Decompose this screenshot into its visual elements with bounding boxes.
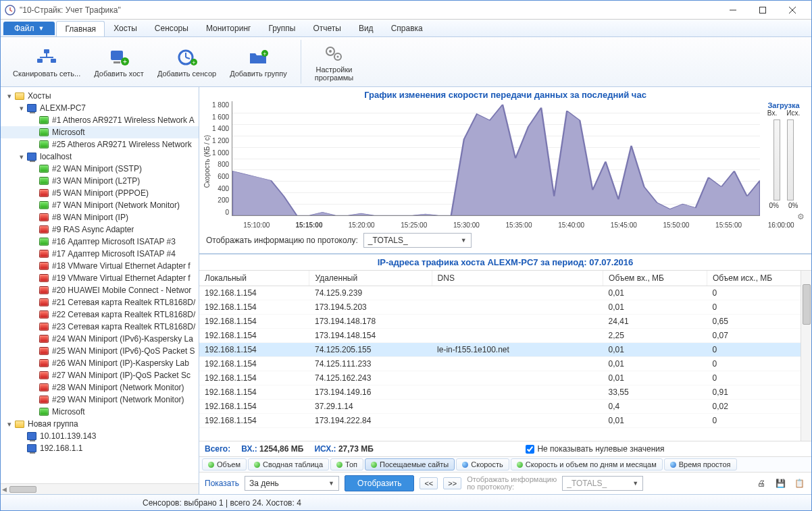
tree-node[interactable]: #7 WAN Miniport (Network Monitor) xyxy=(1,199,199,211)
col-header[interactable]: Локальный xyxy=(199,271,309,286)
tree-node[interactable]: ▾Новая группа xyxy=(1,418,199,430)
scan-network-button[interactable]: Сканировать сеть... xyxy=(6,40,87,84)
file-menu[interactable]: Файл ▼ xyxy=(3,22,55,35)
bottom-tab[interactable]: Время простоя xyxy=(664,458,737,470)
table-row[interactable]: 192.168.1.15474.125.205.155le-in-f155.1e… xyxy=(199,343,811,357)
tree-node[interactable]: #29 WAN Miniport (Network Monitor) xyxy=(1,394,199,406)
table-row[interactable]: 192.168.1.15437.29.1.140,40,02 xyxy=(199,400,811,414)
protocol-combo-value: _TOTALS_ xyxy=(368,236,408,245)
copy-icon[interactable]: 📋 xyxy=(792,477,806,490)
hide-zero-checkbox[interactable]: Не показывать нулевые значения xyxy=(526,444,664,454)
period-combo[interactable]: За день ▼ xyxy=(245,476,339,491)
display-button[interactable]: Отобразить xyxy=(345,475,414,491)
print-icon[interactable]: 🖨 xyxy=(755,477,768,490)
add-host-button[interactable]: +Добавить хост xyxy=(87,40,151,84)
host-tree[interactable]: ▾Хосты▾ALEXM-PC7#1 Atheros AR9271 Wirele… xyxy=(1,87,199,483)
filter-show-label: Показать xyxy=(205,479,239,488)
svg-rect-11 xyxy=(113,61,120,63)
expand-icon[interactable]: ▾ xyxy=(5,420,14,429)
tree-node[interactable]: #28 WAN Miniport (Network Monitor) xyxy=(1,381,199,394)
tree-node[interactable]: 10.101.139.143 xyxy=(1,430,199,442)
tree-node[interactable]: #25 Atheros AR9271 Wireless Network xyxy=(1,138,199,151)
tree-node[interactable]: #1 Atheros AR9271 Wireless Network A xyxy=(1,114,199,126)
add-host-icon: + xyxy=(108,47,130,68)
add-group-button[interactable]: +Добавить группу xyxy=(223,40,294,84)
table-row[interactable]: 192.168.1.15474.125.162.2430,010 xyxy=(199,371,811,385)
node-icon xyxy=(39,176,49,186)
tree-node[interactable]: #3 WAN Miniport (L2TP) xyxy=(1,175,199,187)
table-row[interactable]: 192.168.1.154173.194.148.17824,410,65 xyxy=(199,315,811,329)
menu-tab-3[interactable]: Мониторинг xyxy=(197,20,260,36)
table-row[interactable]: 192.168.1.15474.125.111.2330,010 xyxy=(199,357,811,371)
node-icon xyxy=(39,188,49,198)
tree-node[interactable]: #16 Адаптер Microsoft ISATAP #3 xyxy=(1,236,199,248)
menu-tab-5[interactable]: Отчеты xyxy=(304,20,349,36)
table-vscrollbar[interactable] xyxy=(801,271,811,441)
tree-node[interactable]: #20 HUAWEI Mobile Connect - Networ xyxy=(1,284,199,296)
tree-node[interactable]: #23 Сетевая карта Realtek RTL8168D/ xyxy=(1,321,199,333)
col-header[interactable]: Удаленный xyxy=(309,271,432,286)
menu-tab-1[interactable]: Хосты xyxy=(105,20,146,36)
tree-node[interactable]: #26 WAN Miniport (IP)-Kaspersky Lab xyxy=(1,357,199,369)
settings-button[interactable]: Настройкипрограммы xyxy=(308,40,360,84)
tree-node[interactable]: #9 RAS Async Adapter xyxy=(1,223,199,236)
maximize-button[interactable] xyxy=(748,1,778,20)
sidebar-hscrollbar[interactable]: ◀ xyxy=(1,483,199,494)
table-row[interactable]: 192.168.1.15474.125.9.2390,010 xyxy=(199,286,811,300)
menu-tab-7[interactable]: Справка xyxy=(382,20,432,36)
menu-tab-0[interactable]: Главная xyxy=(56,21,105,36)
node-icon xyxy=(39,358,49,369)
tree-node[interactable]: #21 Сетевая карта Realtek RTL8168D/ xyxy=(1,296,199,308)
gauge-out-pct: 0% xyxy=(788,202,798,209)
bottom-tab[interactable]: Сводная таблица xyxy=(248,458,329,470)
tree-node[interactable]: ▾Хосты xyxy=(1,90,199,102)
tree-node[interactable]: #22 Сетевая карта Realtek RTL8168D/ xyxy=(1,308,199,321)
prev-button[interactable]: << xyxy=(420,477,438,489)
status-dot-icon xyxy=(462,462,468,468)
bottom-tab[interactable]: Скорость и объем по дням и месяцам xyxy=(511,458,663,470)
minimize-button[interactable] xyxy=(718,1,748,20)
menu-tab-4[interactable]: Группы xyxy=(259,20,304,36)
tree-node[interactable]: Microsoft xyxy=(1,126,199,138)
tree-node[interactable]: 192.168.1.1 xyxy=(1,442,199,454)
table-row[interactable]: 192.168.1.154173.194.222.840,010 xyxy=(199,414,811,428)
save-icon[interactable]: 💾 xyxy=(773,477,787,490)
protocol-combo[interactable]: _TOTALS_ ▼ xyxy=(363,233,472,248)
tree-node[interactable]: #17 Адаптер Microsoft ISATAP #4 xyxy=(1,248,199,260)
col-header[interactable]: DNS xyxy=(432,271,603,286)
tree-node[interactable]: #8 WAN Miniport (IP) xyxy=(1,211,199,223)
tree-node[interactable]: ▾localhost xyxy=(1,151,199,163)
tree-node[interactable]: #19 VMware Virtual Ethernet Adapter f xyxy=(1,272,199,284)
tree-node[interactable]: #2 WAN Miniport (SSTP) xyxy=(1,163,199,175)
close-button[interactable] xyxy=(778,1,807,20)
tree-node[interactable]: #18 VMware Virtual Ethernet Adapter f xyxy=(1,260,199,272)
expand-icon[interactable]: ▾ xyxy=(17,153,26,161)
bottom-tab[interactable]: Посещаемые сайты xyxy=(365,458,455,470)
tree-node[interactable]: #24 WAN Miniport (IPv6)-Kaspersky La xyxy=(1,333,199,345)
col-header[interactable]: Объем исх., МБ xyxy=(707,271,811,286)
scan-network-icon xyxy=(36,47,57,68)
bottom-tab[interactable]: Объем xyxy=(202,458,247,470)
table-row[interactable]: 192.168.1.154173.194.149.1633,550,91 xyxy=(199,385,811,400)
expand-icon[interactable]: ▾ xyxy=(17,104,26,113)
tree-node[interactable]: Microsoft xyxy=(1,406,199,418)
next-button[interactable]: >> xyxy=(443,477,461,489)
expand-icon[interactable]: ▾ xyxy=(5,92,14,101)
col-header[interactable]: Объем вх., МБ xyxy=(603,271,707,286)
tree-node[interactable]: #27 WAN Miniport (IP)-QoS Packet Sc xyxy=(1,369,199,381)
gear-icon[interactable]: ⚙ xyxy=(760,212,807,221)
chart-plot[interactable] xyxy=(232,101,760,216)
tree-node[interactable]: #25 WAN Miniport (IPv6)-QoS Packet S xyxy=(1,345,199,357)
tree-node[interactable]: ▾ALEXM-PC7 xyxy=(1,102,199,114)
menu-tab-6[interactable]: Вид xyxy=(350,20,382,36)
add-sensor-button[interactable]: +Добавить сенсор xyxy=(151,40,223,84)
table-row[interactable]: 192.168.1.154173.194.148.1542,250,07 xyxy=(199,329,811,343)
bottom-tab[interactable]: Топ xyxy=(330,458,363,470)
table-row[interactable]: 192.168.1.154173.194.5.2030,010 xyxy=(199,300,811,315)
filter-proto-combo[interactable]: _TOTALS_ ▼ xyxy=(562,476,643,491)
chart-xaxis: 15:10:0015:15:0015:20:0015:25:0015:30:00… xyxy=(230,221,807,229)
ip-table[interactable]: ЛокальныйУдаленныйDNSОбъем вх., МБОбъем … xyxy=(199,271,811,428)
menu-tab-2[interactable]: Сенсоры xyxy=(146,20,197,36)
bottom-tab[interactable]: Скорость xyxy=(456,458,509,470)
tree-node[interactable]: #5 WAN Miniport (PPPOE) xyxy=(1,187,199,199)
